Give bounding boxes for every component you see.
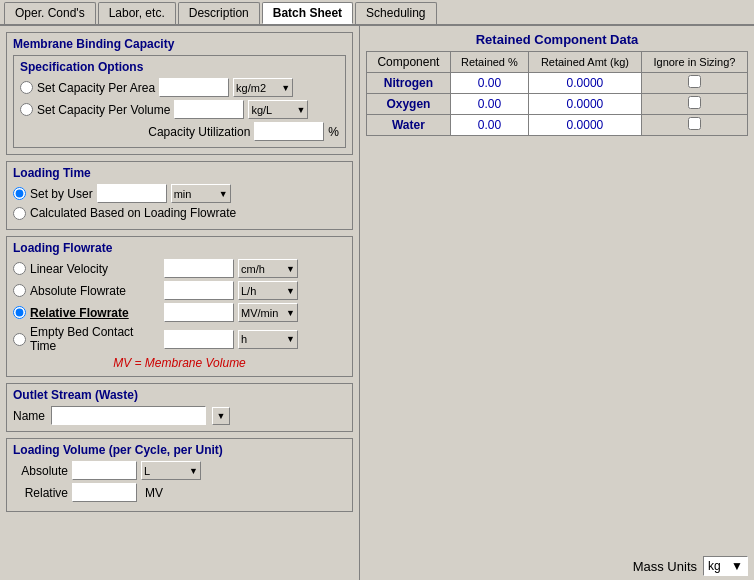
lv-absolute-input[interactable]: 0.000 [72,461,137,480]
relative-flowrate-label: Relative Flowrate [30,306,160,320]
per-volume-unit-btn[interactable]: kg/L ▼ [248,100,308,119]
per-area-unit-btn[interactable]: kg/m2 ▼ [233,78,293,97]
retained-amt-water[interactable]: 0.0000 [528,115,641,136]
loading-volume-section: Loading Volume (per Cycle, per Unit) Abs… [6,438,353,512]
loading-time-title: Loading Time [13,166,346,180]
lv-absolute-label: Absolute [13,464,68,478]
outlet-dropdown-btn[interactable]: ▼ [212,407,230,425]
per-area-row: Set Capacity Per Area 3.000 kg/m2 ▼ [20,78,339,97]
calculated-radio[interactable] [13,207,26,220]
tab-labor[interactable]: Labor, etc. [98,2,176,24]
ignore-water-checkbox[interactable] [688,117,701,130]
absolute-flowrate-label: Absolute Flowrate [30,284,160,298]
linear-velocity-radio[interactable] [13,262,26,275]
per-area-radio[interactable] [20,81,33,94]
absolute-flowrate-row: Absolute Flowrate 0.000 L/h ▼ [13,281,346,300]
retained-amt-oxygen[interactable]: 0.0000 [528,94,641,115]
mass-units-label: Mass Units [633,559,697,574]
outlet-stream-title: Outlet Stream (Waste) [13,388,346,402]
calculated-row: Calculated Based on Loading Flowrate [13,206,346,220]
empty-bed-unit-btn[interactable]: h ▼ [238,330,298,349]
loading-flowrate-title: Loading Flowrate [13,241,346,255]
empty-bed-input[interactable]: 0.00 [164,330,234,349]
set-by-user-radio[interactable] [13,187,26,200]
right-panel: Retained Component Data Component Retain… [360,26,754,580]
set-by-user-label: Set by User [30,187,93,201]
spec-options-box: Specification Options Set Capacity Per A… [13,55,346,148]
spec-options-title: Specification Options [20,60,339,74]
component-water: Water [367,115,451,136]
lv-relative-unit: MV [145,486,163,500]
lv-absolute-unit-btn[interactable]: L ▼ [141,461,201,480]
outlet-name-label: Name [13,409,45,423]
empty-bed-label: Empty Bed Contact Time [30,325,160,353]
tab-description[interactable]: Description [178,2,260,24]
absolute-flowrate-input[interactable]: 0.000 [164,281,234,300]
table-row: Oxygen 0.00 0.0000 [367,94,748,115]
absolute-flowrate-radio[interactable] [13,284,26,297]
relative-flowrate-unit-btn[interactable]: MV/min ▼ [238,303,298,322]
ignore-water-cell [641,115,747,136]
lv-absolute-row: Absolute 0.000 L ▼ [13,461,346,480]
relative-flowrate-row: Relative Flowrate 30.000 MV/min ▼ [13,303,346,322]
loading-flowrate-section: Loading Flowrate Linear Velocity 0.000 c… [6,236,353,377]
tab-batch-sheet[interactable]: Batch Sheet [262,2,353,24]
loading-time-section: Loading Time Set by User 30.00 min ▼ Cal… [6,161,353,230]
loading-volume-title: Loading Volume (per Cycle, per Unit) [13,443,346,457]
tab-scheduling[interactable]: Scheduling [355,2,436,24]
lv-relative-input[interactable]: 0.000 [72,483,137,502]
tab-oper-conds[interactable]: Oper. Cond's [4,2,96,24]
mass-units-row: Mass Units kg ▼ [366,550,748,576]
component-oxygen: Oxygen [367,94,451,115]
outlet-stream-section: Outlet Stream (Waste) Name Out #6 : (non… [6,383,353,432]
retained-title: Retained Component Data [366,32,748,47]
retained-pct-water[interactable]: 0.00 [450,115,528,136]
per-volume-radio[interactable] [20,103,33,116]
per-volume-input[interactable]: 0.000 [174,100,244,119]
ignore-nitrogen-cell [641,73,747,94]
linear-velocity-label: Linear Velocity [30,262,160,276]
per-volume-row: Set Capacity Per Volume 0.000 kg/L ▼ [20,100,339,119]
retained-pct-oxygen[interactable]: 0.00 [450,94,528,115]
capacity-util-label: Capacity Utilization [148,125,250,139]
lv-relative-row: Relative 0.000 MV [13,483,346,502]
left-panel: Membrane Binding Capacity Specification … [0,26,360,580]
capacity-util-row: Capacity Utilization 100.00 % [20,122,339,141]
per-volume-label: Set Capacity Per Volume [37,103,170,117]
capacity-util-input[interactable]: 100.00 [254,122,324,141]
mass-units-arrow: ▼ [731,559,743,573]
set-by-user-row: Set by User 30.00 min ▼ [13,184,346,203]
linear-velocity-unit-btn[interactable]: cm/h ▼ [238,259,298,278]
membrane-title: Membrane Binding Capacity [13,37,346,51]
loading-time-arrow: ▼ [219,189,228,199]
spacer [366,136,748,550]
retained-pct-nitrogen[interactable]: 0.00 [450,73,528,94]
absolute-flowrate-unit-btn[interactable]: L/h ▼ [238,281,298,300]
relative-flowrate-radio[interactable] [13,306,26,319]
retained-table: Component Retained % Retained Amt (kg) I… [366,51,748,136]
component-nitrogen: Nitrogen [367,73,451,94]
col-retained-pct: Retained % [450,52,528,73]
relative-flowrate-input[interactable]: 30.000 [164,303,234,322]
mass-units-value: kg [708,559,721,573]
mass-units-btn[interactable]: kg ▼ [703,556,748,576]
per-volume-arrow: ▼ [296,105,305,115]
outlet-name-input[interactable]: Out #6 : (none) [51,406,206,425]
capacity-util-pct: % [328,125,339,139]
retained-amt-nitrogen[interactable]: 0.0000 [528,73,641,94]
membrane-section: Membrane Binding Capacity Specification … [6,32,353,155]
per-area-input[interactable]: 3.000 [159,78,229,97]
mv-note: MV = Membrane Volume [13,356,346,370]
table-row: Nitrogen 0.00 0.0000 [367,73,748,94]
ignore-nitrogen-checkbox[interactable] [688,75,701,88]
ignore-oxygen-checkbox[interactable] [688,96,701,109]
calculated-label: Calculated Based on Loading Flowrate [30,206,236,220]
loading-time-input[interactable]: 30.00 [97,184,167,203]
linear-velocity-input[interactable]: 0.000 [164,259,234,278]
col-retained-amt: Retained Amt (kg) [528,52,641,73]
empty-bed-radio[interactable] [13,333,26,346]
linear-velocity-row: Linear Velocity 0.000 cm/h ▼ [13,259,346,278]
loading-time-unit-btn[interactable]: min ▼ [171,184,231,203]
per-area-arrow: ▼ [281,83,290,93]
tab-bar: Oper. Cond's Labor, etc. Description Bat… [0,0,754,26]
